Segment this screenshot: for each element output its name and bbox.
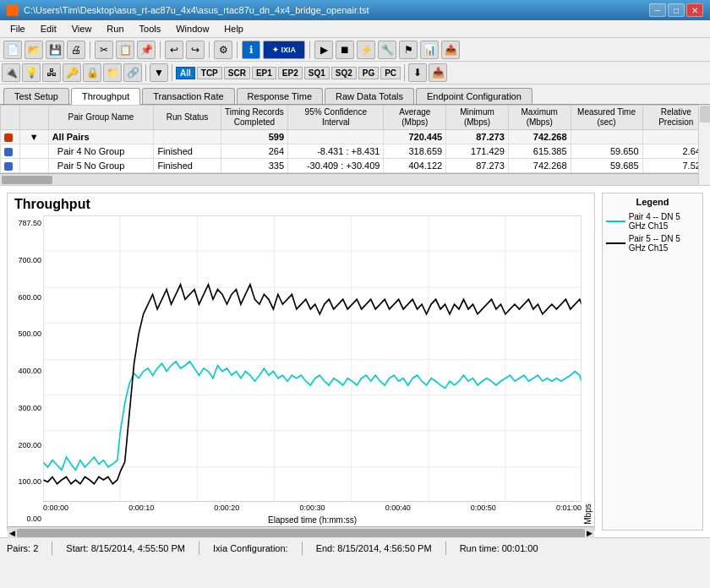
tb2-icon4[interactable]: 🔑 xyxy=(63,63,81,82)
y-label-200: 200.00 xyxy=(9,441,41,449)
chart-hscrollbar[interactable]: ◀ ▶ xyxy=(8,526,594,538)
expand-icon[interactable]: ▼ xyxy=(30,132,39,142)
tag-sq1[interactable]: SQ1 xyxy=(304,67,330,79)
tag-tcp[interactable]: TCP xyxy=(197,67,222,79)
minimum-cell: 171.429 xyxy=(446,144,509,159)
sep-4 xyxy=(237,41,238,58)
chart-icon[interactable]: 📊 xyxy=(420,41,439,59)
col-average: Average (Mbps) xyxy=(384,106,446,130)
menu-bar: File Edit View Run Tools Window Help xyxy=(0,20,710,38)
hscroll-thumb[interactable] xyxy=(2,176,52,184)
chart-plot-area: 0:00:00 0:00:10 0:00:20 0:00:30 0:00:40 … xyxy=(43,215,582,526)
run-status-cell: Finished xyxy=(154,144,221,159)
menu-view[interactable]: View xyxy=(65,22,99,35)
play-icon[interactable]: ▶ xyxy=(314,41,333,59)
y-label-700: 700.00 xyxy=(9,256,41,264)
tb2-icon8[interactable]: ▼ xyxy=(150,63,168,82)
undo-icon[interactable]: ↩ xyxy=(165,41,183,59)
expand-cell: ▼ xyxy=(19,130,48,144)
chart-title: Throughput xyxy=(8,193,594,215)
tag-scr[interactable]: SCR xyxy=(224,67,250,79)
minimize-button[interactable]: ─ xyxy=(649,3,666,17)
pair-group-name-cell: All Pairs xyxy=(48,130,154,144)
tb2-icon9[interactable]: ⬇ xyxy=(408,63,427,82)
tag-ep1[interactable]: EP1 xyxy=(252,67,276,79)
menu-tools[interactable]: Tools xyxy=(133,22,168,35)
tab-raw-data[interactable]: Raw Data Totals xyxy=(325,88,414,104)
col-pair-group: Pair Group Name xyxy=(48,106,154,130)
tb2-icon3[interactable]: 🖧 xyxy=(42,63,61,82)
tb2-icon2[interactable]: 💡 xyxy=(22,63,41,82)
menu-edit[interactable]: Edit xyxy=(34,22,63,35)
export-icon[interactable]: 📤 xyxy=(441,41,460,59)
table-row[interactable]: Pair 5 No Group Finished 335 -30.409 : +… xyxy=(1,159,710,173)
menu-help[interactable]: Help xyxy=(217,22,250,35)
data-table-area: Pair Group Name Run Status Timing Record… xyxy=(0,105,710,186)
paste-icon[interactable]: 📌 xyxy=(137,41,156,59)
maximum-cell: 742.268 xyxy=(508,159,571,173)
table-vscrollbar[interactable] xyxy=(698,105,710,185)
tab-bar: Test Setup Throughput Transaction Rate R… xyxy=(0,84,710,105)
tb2-icon1[interactable]: 🔌 xyxy=(2,63,20,82)
tb2-icon10[interactable]: 📥 xyxy=(429,63,447,82)
close-button[interactable]: ✕ xyxy=(686,3,703,17)
stop-icon[interactable]: ⏹ xyxy=(336,41,354,59)
maximize-button[interactable]: □ xyxy=(668,3,685,17)
x-label-40: 0:00:40 xyxy=(385,504,411,512)
sep-2 xyxy=(160,41,161,58)
col-maximum: Maximum (Mbps) xyxy=(508,106,571,130)
settings-icon[interactable]: ⚙ xyxy=(214,41,232,59)
tag-sq2[interactable]: SQ2 xyxy=(331,67,357,79)
tag-all-btn[interactable]: All xyxy=(176,67,195,79)
tab-endpoint-config[interactable]: Endpoint Configuration xyxy=(416,88,532,104)
y-label-600: 600.00 xyxy=(9,293,41,302)
run-icon[interactable]: ⚡ xyxy=(357,41,375,59)
legend-item-pair4: Pair 4 -- DN 5 GHz Ch15 xyxy=(606,212,699,231)
info-icon[interactable]: ℹ xyxy=(242,41,260,59)
scroll-left-arrow[interactable]: ◀ xyxy=(9,529,15,537)
table-hscrollbar[interactable] xyxy=(0,173,710,185)
y-label-400: 400.00 xyxy=(9,367,41,375)
table-row[interactable]: ▼ All Pairs 599 720.445 87.273 742.268 xyxy=(1,130,710,144)
title-bar-left: C:\Users\Tim\Desktop\asus_rt-ac87u_4x4\a… xyxy=(7,4,369,16)
x-label-20: 0:00:20 xyxy=(214,504,239,512)
tag-pg[interactable]: PG xyxy=(358,67,379,79)
confidence-cell: -8.431 : +8.431 xyxy=(288,144,384,159)
average-cell: 720.445 xyxy=(384,130,446,144)
tab-response-time[interactable]: Response Time xyxy=(237,88,323,104)
menu-window[interactable]: Window xyxy=(169,22,216,35)
flag-icon[interactable]: ⚑ xyxy=(399,41,418,59)
status-bar: Pairs: 2 Start: 8/15/2014, 4:55:50 PM Ix… xyxy=(0,537,710,558)
tb2-icon7[interactable]: 🔗 xyxy=(123,63,142,82)
pair4-line xyxy=(43,362,582,470)
tab-transaction-rate[interactable]: Transaction Rate xyxy=(142,88,234,104)
tab-test-setup[interactable]: Test Setup xyxy=(3,88,69,104)
sep-5 xyxy=(309,41,310,58)
sep2-1 xyxy=(145,64,146,81)
chart-scroll-thumb[interactable] xyxy=(17,529,585,537)
menu-run[interactable]: Run xyxy=(100,22,130,35)
table-row[interactable]: Pair 4 No Group Finished 264 -8.431 : +8… xyxy=(1,144,710,159)
col-icon xyxy=(1,106,20,130)
redo-icon[interactable]: ↪ xyxy=(186,41,205,59)
new-icon[interactable]: 📄 xyxy=(3,41,22,59)
print-icon[interactable]: 🖨 xyxy=(67,41,85,59)
cut-icon[interactable]: ✂ xyxy=(95,41,113,59)
test-icon[interactable]: 🔧 xyxy=(378,41,396,59)
save-icon[interactable]: 💾 xyxy=(46,41,64,59)
timing-cell: 264 xyxy=(221,144,287,159)
status-ixia: Ixia Configuration: xyxy=(213,543,288,553)
menu-file[interactable]: File xyxy=(3,22,32,35)
tb2-icon5[interactable]: 🔒 xyxy=(83,63,101,82)
scrollbar-thumb[interactable] xyxy=(700,106,710,122)
tb2-icon6[interactable]: 📁 xyxy=(103,63,122,82)
open-icon[interactable]: 📂 xyxy=(25,41,43,59)
title-bar-controls[interactable]: ─ □ ✕ xyxy=(649,3,703,17)
tab-throughput[interactable]: Throughput xyxy=(71,88,140,105)
row-icon-cell xyxy=(1,130,20,144)
tag-ep2[interactable]: EP2 xyxy=(278,67,303,79)
col-timing: Timing Records Completed xyxy=(221,106,287,130)
scroll-right-arrow[interactable]: ▶ xyxy=(587,529,593,537)
copy-icon[interactable]: 📋 xyxy=(116,41,134,59)
tag-pc[interactable]: PC xyxy=(380,67,401,79)
